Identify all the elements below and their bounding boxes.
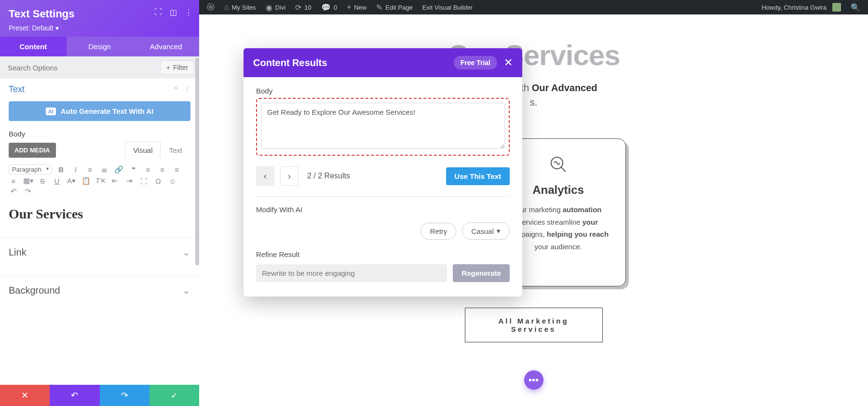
howdy-user[interactable]: Howdy, Christina Gwira [757, 0, 846, 14]
my-sites[interactable]: ⌂My Sites [219, 0, 261, 14]
chevron-down-icon: ⌄ [182, 284, 190, 296]
editor-heading: Our Services [9, 206, 190, 222]
divider [256, 196, 510, 197]
underline-icon[interactable]: U [52, 177, 62, 185]
indent-icon[interactable]: ⇥ [124, 176, 134, 185]
accordion-link[interactable]: Link⌄ [0, 237, 199, 267]
save-button[interactable]: ✓ [149, 385, 199, 406]
avatar [832, 3, 841, 12]
ai-icon: AI [46, 108, 56, 115]
undo-button[interactable]: ↶ [50, 385, 99, 406]
add-media-button[interactable]: ADD MEDIA [9, 143, 56, 158]
edit-page[interactable]: ✎Edit Page [371, 0, 417, 14]
section-text-label: Text [9, 84, 173, 95]
content-results-modal: Content Results Free Trial ✕ Body ‹ › 2 … [244, 48, 522, 297]
quote-icon[interactable]: ❝ [129, 165, 138, 174]
comments[interactable]: 💬0 [316, 0, 342, 14]
use-this-text-button[interactable]: Use This Text [446, 167, 510, 185]
align-justify-icon[interactable]: ≡ [9, 177, 18, 185]
new-item[interactable]: +New [342, 0, 371, 14]
divi-fab-button[interactable]: ••• [524, 370, 543, 390]
svg-line-1 [561, 167, 566, 172]
panel-body: Text ⌃⋮ AI Auto Generate Text With AI Bo… [0, 79, 199, 385]
align-center-icon[interactable]: ≡ [158, 165, 167, 174]
exit-visual-builder[interactable]: Exit Visual Builder [418, 0, 478, 14]
strike-icon[interactable]: S [38, 177, 47, 185]
outdent-icon[interactable]: ⇤ [110, 176, 120, 185]
refine-label: Refine Result [256, 250, 510, 258]
pencil-icon: ✎ [376, 3, 382, 12]
chevron-up-icon[interactable]: ⌃ [173, 86, 179, 94]
redo-icon[interactable]: ↷ [23, 187, 33, 196]
columns-icon[interactable]: ◫ [170, 8, 177, 17]
tab-design[interactable]: Design [67, 37, 133, 56]
omega-icon[interactable]: Ω [153, 177, 163, 185]
emoji-icon[interactable]: ☺ [168, 177, 177, 185]
site-name-label: Divi [275, 4, 286, 11]
updates[interactable]: ⟳10 [290, 0, 316, 14]
gauge-icon: ◉ [266, 3, 272, 12]
divi-settings-panel: Text Settings Preset: Default▾ ⛶ ◫ ⋮ Con… [0, 0, 199, 406]
search-input[interactable] [5, 61, 156, 75]
bold-icon[interactable]: B [56, 165, 66, 174]
table-icon[interactable]: ▦▾ [23, 176, 33, 185]
chevron-down-icon: ▾ [55, 24, 59, 32]
next-result-button[interactable]: › [280, 166, 298, 186]
section-text-header[interactable]: Text ⌃⋮ [0, 79, 199, 98]
prev-result-button[interactable]: ‹ [256, 166, 274, 186]
italic-icon[interactable]: I [71, 165, 81, 174]
fullscreen-icon[interactable]: ⛶ [139, 177, 149, 185]
comments-count: 0 [334, 4, 337, 11]
free-trial-button[interactable]: Free Trial [454, 56, 497, 69]
panel-header: Text Settings Preset: Default▾ ⛶ ◫ ⋮ [0, 0, 199, 37]
textcolor-icon[interactable]: A▾ [67, 176, 76, 185]
body-label: Body [0, 130, 199, 142]
ul-icon[interactable]: ≡ [85, 165, 95, 174]
auto-generate-ai-button[interactable]: AI Auto Generate Text With AI [9, 101, 190, 121]
regenerate-button[interactable]: Regenerate [453, 264, 510, 282]
close-icon[interactable]: ✕ [504, 56, 513, 69]
retry-button[interactable]: Retry [420, 223, 456, 240]
paragraph-select[interactable]: Paragraph [9, 164, 52, 175]
tab-content[interactable]: Content [0, 37, 67, 56]
all-services-button[interactable]: All Marketing Services [465, 308, 603, 342]
new-label: New [354, 4, 366, 11]
clear-format-icon[interactable]: T✕ [95, 176, 105, 185]
preset-selector[interactable]: Preset: Default▾ [9, 24, 190, 32]
tab-visual[interactable]: Visual [125, 142, 161, 159]
panel-footer: ✕ ↶ ↷ ✓ [0, 385, 199, 406]
howdy-label: Howdy, Christina Gwira [761, 4, 827, 11]
tone-select[interactable]: Casual▾ [462, 222, 510, 240]
tab-advanced[interactable]: Advanced [133, 37, 199, 56]
scrollbar[interactable] [195, 58, 199, 265]
wp-admin-bar: ⓦ ⌂My Sites ◉Divi ⟳10 💬0 +New ✎Edit Page… [199, 0, 868, 14]
link-icon[interactable]: 🔗 [114, 165, 124, 174]
ol-icon[interactable]: ≣ [100, 165, 109, 174]
tab-text[interactable]: Text [161, 142, 190, 159]
cancel-button[interactable]: ✕ [0, 385, 50, 406]
updates-count: 10 [304, 4, 311, 11]
undo-icon[interactable]: ↶ [9, 187, 18, 196]
wysiwyg-editor[interactable]: Our Services [9, 200, 190, 229]
paste-icon[interactable]: 📋 [81, 176, 91, 185]
redo-button[interactable]: ↷ [100, 385, 149, 406]
body-textarea[interactable] [261, 103, 505, 149]
align-right-icon[interactable]: ≡ [172, 165, 182, 174]
wp-logo[interactable]: ⓦ [202, 0, 219, 14]
kebab-icon[interactable]: ⋮ [184, 86, 190, 94]
comment-icon: 💬 [321, 3, 331, 12]
site-name[interactable]: ◉Divi [261, 0, 291, 14]
refresh-icon: ⟳ [295, 3, 301, 12]
search-row: +Filter [0, 56, 199, 79]
panel-tabs: Content Design Advanced [0, 37, 199, 56]
search[interactable]: 🔍 [846, 0, 865, 14]
align-left-icon[interactable]: ≡ [143, 165, 153, 174]
filter-button[interactable]: +Filter [160, 60, 194, 75]
modify-label: Modify With AI [256, 205, 510, 214]
accordion-background[interactable]: Background⌄ [0, 275, 199, 305]
editor-toolbar: Paragraph B I ≡ ≣ 🔗 ❝ ≡ ≡ ≡ ≡ ▦▾ S U A▾ … [0, 162, 199, 200]
chevron-down-icon: ⌄ [182, 246, 190, 258]
refine-input[interactable] [256, 264, 447, 282]
expand-icon[interactable]: ⛶ [154, 8, 162, 17]
kebab-icon[interactable]: ⋮ [185, 8, 192, 17]
